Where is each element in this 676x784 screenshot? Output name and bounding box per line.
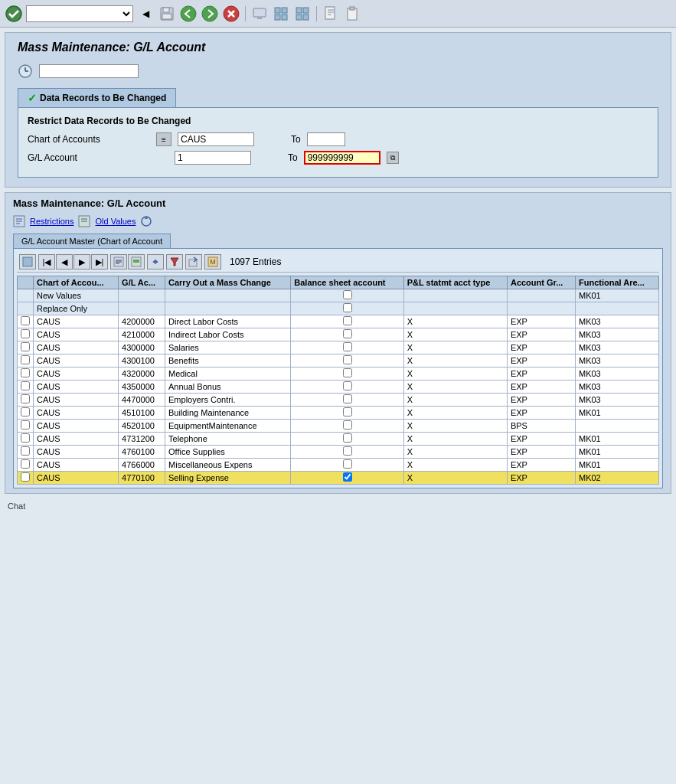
select-all-icon[interactable] [19,254,36,270]
table-row[interactable]: CAUS 4510100 Building Maintenance X EXP … [18,407,659,420]
table-row[interactable]: CAUS 4520100 EquipmentMaintenance X BPS [18,420,659,433]
table-row[interactable]: CAUS 4300000 Salaries X EXP MK03 [18,341,659,354]
new-values-pl [403,289,507,302]
row-checkbox[interactable] [21,381,30,390]
export-icon[interactable] [185,254,202,270]
row-text: Medical [165,368,291,381]
row-bsa-cb[interactable] [343,355,352,364]
row-fa: MK03 [576,341,659,354]
clock-input[interactable] [39,64,139,78]
row-bsa [291,459,403,472]
checkmark-icon[interactable] [5,5,23,23]
row-bsa-cb[interactable] [343,407,352,416]
table-row[interactable]: CAUS 4320000 Medical X EXP MK03 [18,368,659,381]
row-check-cell [18,446,34,459]
row-check-cell [18,472,34,485]
chart-of-accounts-input[interactable] [178,132,254,146]
tab-data-records[interactable]: ✓ Data Records to Be Changed [18,88,176,107]
save-icon[interactable] [158,5,176,23]
row-text: Office Supplies [165,446,291,459]
col-gl: G/L Ac... [119,276,165,289]
row-checkbox[interactable] [21,420,30,430]
sort-icon[interactable] [147,254,164,270]
row-bsa-cb[interactable] [343,472,352,482]
row-checkbox[interactable] [21,459,30,469]
row-text: Annual Bonus [165,381,291,394]
last-icon[interactable]: ▶| [91,254,108,270]
row-checkbox[interactable] [21,316,30,325]
row-check-cell [18,407,34,420]
table-row[interactable]: CAUS 4470000 Employers Contri. X EXP MK0… [18,394,659,407]
row-bsa-cb[interactable] [343,420,352,430]
table-row[interactable]: CAUS 4760100 Office Supplies X EXP MK01 [18,446,659,459]
monitor-icon[interactable] [250,5,269,23]
gl-account-to-input[interactable] [304,151,380,165]
col-fa: Functional Are... [576,276,659,289]
old-values-button[interactable]: Old Values [95,217,136,226]
row-checkbox[interactable] [21,368,30,377]
row-checkbox[interactable] [21,329,30,338]
row-bsa-cb[interactable] [343,446,352,456]
row-bsa-cb[interactable] [343,342,352,351]
grid-icon2[interactable] [293,5,312,23]
row-check-cell [18,420,34,433]
filter-icon[interactable] [166,254,183,270]
table-row[interactable]: CAUS 4766000 Miscellaneous Expens X EXP … [18,459,659,472]
table-row[interactable]: CAUS 4731200 Telephone X EXP MK01 [18,433,659,446]
new-values-label: New Values [34,289,119,302]
first-icon[interactable]: |◀ [38,254,55,270]
new-values-bsa-cb[interactable] [343,290,352,299]
gl-account-input[interactable] [175,151,251,165]
row-bsa-cb[interactable] [343,316,352,325]
row-checkbox[interactable] [21,342,30,351]
row-checkbox[interactable] [21,394,30,403]
table-row[interactable]: CAUS 4350000 Annual Bonus X EXP MK03 [18,381,659,394]
row-bsa-cb[interactable] [343,329,352,338]
stop-icon[interactable] [222,5,240,23]
table-body: CAUS 4200000 Direct Labor Costs X EXP MK… [18,315,659,485]
chart-of-accounts-to-input[interactable] [307,132,345,146]
row-checkbox[interactable] [21,355,30,364]
row-text: Telephone [165,433,291,446]
row-checkbox[interactable] [21,433,30,443]
command-dropdown[interactable] [26,5,133,22]
nav-forward-icon[interactable] [201,5,219,23]
row-checkbox[interactable] [21,407,30,416]
grid-icon1[interactable] [272,5,290,23]
row-check-cell [18,433,34,446]
chart-of-accounts-button[interactable]: ≡ [156,132,171,146]
replace-only-bsa-cb[interactable] [343,303,352,312]
row-bsa-cb[interactable] [343,394,352,403]
nav-back-icon[interactable] [179,5,198,23]
row-bsa-cb[interactable] [343,381,352,390]
table-row[interactable]: CAUS 4770100 Selling Expense X EXP MK02 [18,472,659,485]
details-icon[interactable] [110,254,127,270]
page-icon[interactable] [322,5,340,23]
gl-tab-label[interactable]: G/L Account Master (Chart of Account [13,234,171,248]
table-row[interactable]: CAUS 4210000 Indirect Labor Costs X EXP … [18,328,659,341]
prev-icon[interactable]: ◀ [56,254,73,270]
gl-table: Chart of Accou... G/L Ac... Carry Out a … [17,276,659,485]
col-ag: Account Gr... [507,276,575,289]
refresh-icon[interactable] [140,215,152,227]
mass-change-icon[interactable]: M [204,254,221,270]
row-bsa-cb[interactable] [343,368,352,377]
col-ch: Chart of Accou... [34,276,119,289]
table-row[interactable]: CAUS 4200000 Direct Labor Costs X EXP MK… [18,315,659,328]
copy-icon[interactable]: ⧉ [387,152,399,164]
row-checkbox[interactable] [21,446,30,456]
row-check-cell [18,315,34,328]
svg-rect-15 [296,8,302,13]
row-bsa [291,433,403,446]
back-icon[interactable]: ◀ [136,5,155,23]
chart-of-accounts-label: Chart of Accounts [28,134,150,145]
row-pl: X [403,341,507,354]
restrictions-button[interactable]: Restrictions [30,217,73,226]
table-row[interactable]: CAUS 4300100 Benefits X EXP MK03 [18,354,659,368]
clipboard-icon[interactable] [343,5,361,23]
change-icon[interactable] [128,254,145,270]
row-checkbox[interactable] [21,472,30,482]
row-bsa-cb[interactable] [343,459,352,469]
row-bsa-cb[interactable] [343,433,352,443]
next-icon[interactable]: ▶ [73,254,90,270]
